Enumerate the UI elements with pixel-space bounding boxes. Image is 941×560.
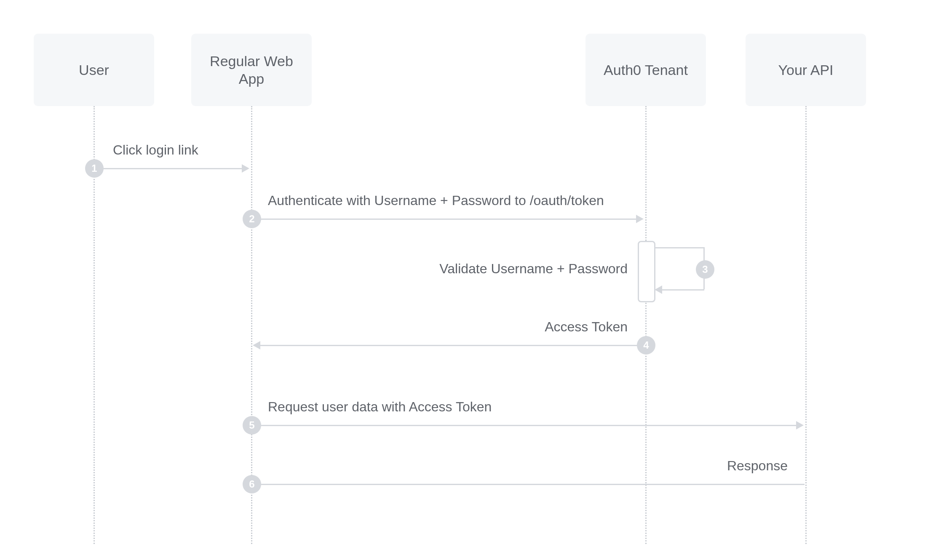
badge-step-2: 2: [243, 210, 261, 228]
label-step-3: Validate Username + Password: [439, 261, 628, 277]
label-step-4: Access Token: [545, 319, 628, 335]
arrow-step-5: [257, 425, 796, 426]
badge-step-1: 1: [85, 159, 104, 178]
actor-tenant-label: Auth0 Tenant: [604, 61, 688, 79]
badge-step-6: 6: [243, 475, 261, 493]
actor-webapp: Regular Web App: [191, 34, 312, 106]
lifeline-tenant: [645, 106, 647, 544]
arrow-step-1: [99, 168, 242, 169]
actor-tenant: Auth0 Tenant: [585, 34, 706, 106]
arrow-step-6: [260, 484, 805, 485]
lifeline-api: [805, 106, 807, 544]
self-arrow-bottom: [662, 289, 704, 291]
actor-api-label: Your API: [778, 61, 833, 79]
sequence-diagram: User Regular Web App Auth0 Tenant Your A…: [0, 0, 941, 560]
actor-webapp-label: Regular Web App: [210, 52, 293, 88]
badge-step-5: 5: [243, 416, 261, 435]
self-arrow-head: [655, 285, 662, 294]
label-step-2: Authenticate with Username + Password to…: [268, 193, 604, 208]
actor-user: User: [34, 34, 154, 106]
arrow-head-step-1: [242, 164, 249, 173]
arrow-head-step-2: [636, 215, 644, 223]
arrow-head-step-5: [796, 421, 804, 429]
actor-user-label: User: [79, 61, 109, 79]
label-step-6: Response: [727, 458, 788, 474]
label-step-5: Request user data with Access Token: [268, 399, 492, 415]
actor-api: Your API: [746, 34, 866, 106]
badge-step-3: 3: [696, 260, 714, 279]
badge-step-4: 4: [637, 336, 655, 355]
arrow-head-step-4: [253, 341, 260, 349]
activation-tenant: [638, 241, 655, 302]
self-arrow-top: [654, 247, 705, 248]
arrow-step-4: [260, 345, 639, 346]
label-step-1: Click login link: [113, 142, 198, 158]
arrow-step-2: [257, 219, 636, 220]
